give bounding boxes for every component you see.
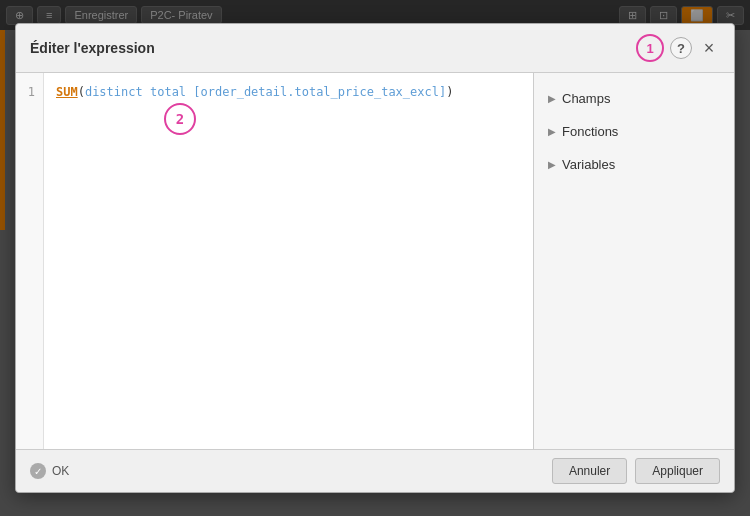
variables-arrow-icon: ▶: [548, 159, 556, 170]
modal-body: 1 SUM ( distinct total [order_detail.tot…: [16, 73, 734, 449]
right-panel: ▶ Champs ▶ Fonctions ▶ Variables: [534, 73, 734, 449]
panel-item-variables[interactable]: ▶ Variables: [534, 149, 734, 180]
panel-variables-label: Variables: [562, 157, 615, 172]
annotation-2: 2: [164, 103, 196, 135]
ok-label: OK: [52, 464, 69, 478]
modal-footer: ✓ OK Annuler Appliquer: [16, 449, 734, 492]
annotation-1: 1: [636, 34, 664, 62]
panel-champs-label: Champs: [562, 91, 610, 106]
champs-arrow-icon: ▶: [548, 93, 556, 104]
modal-title: Éditer l'expression: [30, 40, 155, 56]
panel-item-fonctions[interactable]: ▶ Fonctions: [534, 116, 734, 147]
code-content-area[interactable]: SUM ( distinct total [order_detail.total…: [44, 73, 533, 449]
code-paren-open: (: [78, 83, 85, 102]
modal-dialog: Éditer l'expression 1 ? × 1 SUM: [15, 23, 735, 493]
line-number-1: 1: [24, 83, 35, 102]
modal-header: Éditer l'expression 1 ? ×: [16, 24, 734, 73]
code-paren-close: ): [446, 83, 453, 102]
footer-left: ✓ OK: [30, 463, 69, 479]
code-line-1: SUM ( distinct total [order_detail.total…: [56, 83, 521, 102]
code-field: [order_detail.total_price_tax_excl]: [193, 83, 446, 102]
code-qualifier: distinct: [85, 83, 143, 102]
help-button[interactable]: ?: [670, 37, 692, 59]
line-numbers: 1: [16, 73, 44, 449]
close-button[interactable]: ×: [698, 37, 720, 59]
panel-item-champs[interactable]: ▶ Champs: [534, 83, 734, 114]
cancel-button[interactable]: Annuler: [552, 458, 627, 484]
ok-status-icon: ✓: [30, 463, 46, 479]
panel-fonctions-label: Fonctions: [562, 124, 618, 139]
fonctions-arrow-icon: ▶: [548, 126, 556, 137]
code-space2: [186, 83, 193, 102]
code-editor[interactable]: 1 SUM ( distinct total [order_detail.tot…: [16, 73, 534, 449]
modal-header-actions: 1 ? ×: [636, 34, 720, 62]
footer-right: Annuler Appliquer: [552, 458, 720, 484]
code-sum: SUM: [56, 83, 78, 102]
code-space1: [143, 83, 150, 102]
apply-button[interactable]: Appliquer: [635, 458, 720, 484]
code-total: total: [150, 83, 186, 102]
modal-overlay: Éditer l'expression 1 ? × 1 SUM: [0, 0, 750, 516]
